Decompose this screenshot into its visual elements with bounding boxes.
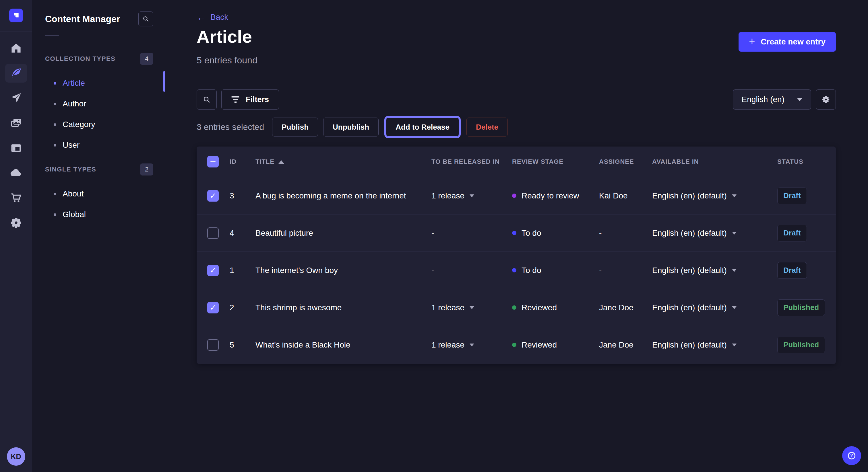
sidebar-item-category[interactable]: Category — [32, 114, 165, 135]
sidebar-item-global[interactable]: Global — [32, 204, 165, 225]
bullet-icon — [54, 213, 56, 216]
cell-available-in[interactable]: English (en) (default) — [652, 191, 777, 200]
cell-review-stage: To do — [512, 266, 599, 275]
col-assignee: ASSIGNEE — [599, 158, 652, 165]
home-icon — [10, 42, 22, 55]
row-checkbox[interactable] — [207, 339, 219, 351]
table-row[interactable]: ✓ 2 This shrimp is awesome 1 release Rev… — [197, 289, 836, 326]
col-available-in: AVAILABLE IN — [652, 158, 777, 165]
nav-footer: KD — [0, 442, 32, 472]
create-new-entry-button[interactable]: + Create new entry — [739, 32, 836, 52]
user-avatar[interactable]: KD — [7, 447, 25, 466]
cell-id: 1 — [229, 266, 255, 275]
cell-title: What's inside a Black Hole — [255, 340, 431, 349]
main-content: ← Back Article 5 entries found + Create … — [165, 0, 868, 472]
search-button[interactable] — [197, 90, 217, 109]
cloud-icon — [10, 167, 22, 179]
status-badge: Draft — [777, 188, 807, 204]
delete-button[interactable]: Delete — [466, 117, 508, 136]
collection-types-section: COLLECTION TYPES 4 Article Author Catego… — [32, 53, 165, 156]
section-count-badge: 4 — [140, 53, 153, 65]
nav-content-type-builder[interactable] — [5, 138, 27, 158]
strapi-logo[interactable] — [9, 9, 23, 22]
select-all-checkbox[interactable] — [207, 156, 219, 167]
nav-media-library[interactable] — [5, 113, 27, 133]
bullet-icon — [54, 144, 56, 146]
cell-title: Beautiful picture — [255, 229, 431, 238]
section-label: SINGLE TYPES — [45, 166, 96, 173]
cell-assignee: - — [599, 229, 652, 238]
cell-release[interactable]: 1 release — [431, 303, 512, 312]
cell-assignee: - — [599, 266, 652, 275]
content-manager-subnav: Content Manager COLLECTION TYPES 4 Artic… — [32, 0, 165, 472]
sidebar-item-user[interactable]: User — [32, 135, 165, 156]
help-button[interactable]: ? — [842, 446, 861, 465]
cell-available-in[interactable]: English (en) (default) — [652, 266, 777, 275]
status-dot — [512, 194, 516, 198]
cell-release[interactable]: 1 release — [431, 340, 512, 349]
add-to-release-button[interactable]: Add to Release — [386, 117, 459, 136]
table-row[interactable]: ✓ 3 A bug is becoming a meme on the inte… — [197, 177, 836, 214]
sidebar-item-about[interactable]: About — [32, 183, 165, 204]
filters-button[interactable]: Filters — [221, 90, 279, 109]
question-circle-icon: ? — [847, 451, 857, 461]
nav-content-manager[interactable] — [5, 64, 27, 82]
subnav-search-button[interactable] — [138, 11, 153, 26]
cell-title: A bug is becoming a meme on the internet — [255, 191, 431, 200]
chevron-down-icon — [797, 98, 802, 101]
row-checkbox[interactable] — [207, 227, 219, 239]
app-root: KD Content Manager COLLECTION TYPES 4 — [0, 0, 868, 472]
main-nav: KD — [0, 0, 32, 472]
locale-select[interactable]: English (en) — [733, 90, 811, 109]
nav-releases[interactable] — [5, 89, 27, 107]
single-types-section: SINGLE TYPES 2 About Global — [32, 164, 165, 225]
cell-title: This shrimp is awesome — [255, 303, 431, 312]
arrow-left-icon: ← — [197, 13, 206, 21]
nav-home[interactable] — [5, 39, 27, 58]
cell-id: 2 — [229, 303, 255, 312]
table-row[interactable]: 5 What's inside a Black Hole 1 release R… — [197, 326, 836, 363]
nav-settings[interactable] — [5, 213, 27, 232]
table-row[interactable]: 4 Beautiful picture - To do - English (e… — [197, 214, 836, 251]
entries-count: 5 entries found — [197, 55, 257, 66]
back-link[interactable]: ← Back — [197, 12, 228, 22]
row-checkbox[interactable]: ✓ — [207, 190, 219, 202]
cell-id: 3 — [229, 191, 255, 200]
sidebar-item-article[interactable]: Article — [32, 73, 165, 94]
chevron-down-icon — [732, 343, 737, 346]
cell-assignee: Jane Doe — [599, 340, 652, 349]
bullet-icon — [54, 103, 56, 105]
row-checkbox[interactable]: ✓ — [207, 302, 219, 313]
subnav-title: Content Manager — [45, 14, 120, 24]
publish-button[interactable]: Publish — [272, 117, 318, 136]
cell-release: - — [431, 266, 512, 275]
status-dot — [512, 231, 516, 235]
table-row[interactable]: ✓ 1 The internet's Own boy - To do - Eng… — [197, 251, 836, 289]
sidebar-item-author[interactable]: Author — [32, 94, 165, 114]
search-icon — [142, 15, 150, 23]
nav-cloud[interactable] — [5, 164, 27, 182]
cell-available-in[interactable]: English (en) (default) — [652, 340, 777, 349]
status-dot — [512, 268, 516, 272]
filter-icon — [231, 96, 239, 103]
nav-marketplace[interactable] — [5, 189, 27, 207]
table-header-row: ID TITLE TO BE RELEASED IN REVIEW STAGE … — [197, 146, 836, 177]
view-settings-button[interactable] — [816, 90, 836, 109]
status-dot — [512, 343, 516, 347]
status-badge: Draft — [777, 262, 807, 279]
cell-release[interactable]: 1 release — [431, 191, 512, 200]
cell-release: - — [431, 229, 512, 238]
layout-icon — [10, 142, 22, 154]
cell-review-stage: Reviewed — [512, 340, 599, 349]
col-title[interactable]: TITLE — [255, 158, 431, 165]
bullet-icon — [54, 193, 56, 195]
cell-review-stage: Reviewed — [512, 303, 599, 312]
cell-title: The internet's Own boy — [255, 266, 431, 275]
cell-id: 4 — [229, 229, 255, 238]
cell-available-in[interactable]: English (en) (default) — [652, 229, 777, 238]
cart-icon — [10, 192, 22, 204]
sort-ascending-icon — [278, 160, 284, 164]
row-checkbox[interactable]: ✓ — [207, 265, 219, 276]
cell-available-in[interactable]: English (en) (default) — [652, 303, 777, 312]
unpublish-button[interactable]: Unpublish — [323, 117, 379, 136]
